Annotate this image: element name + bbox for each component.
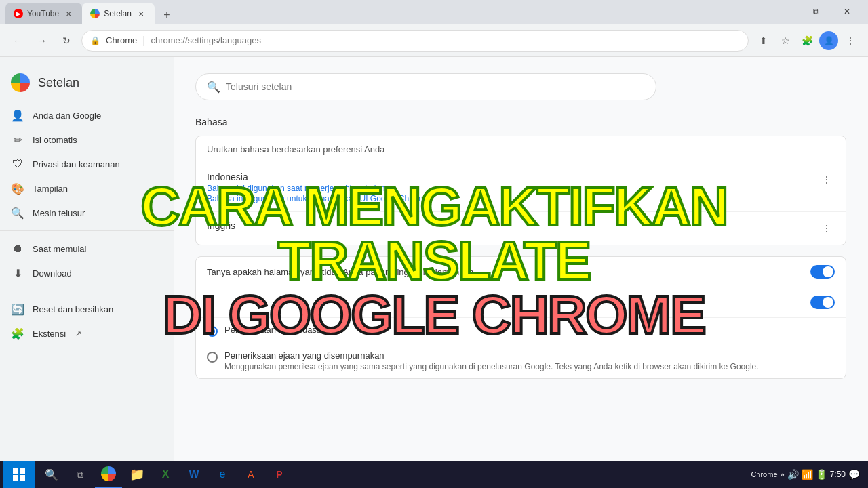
excel-icon: X (162, 468, 170, 481)
clock-time: 7:50 (830, 470, 846, 479)
search-engine-icon: 🔍 (11, 206, 24, 220)
taskbar-powerpoint[interactable]: P (266, 461, 293, 488)
sidebar-item-download[interactable]: ⬇ Download (0, 261, 163, 285)
taskbar-chrome[interactable] (95, 461, 122, 488)
sidebar-item-startup[interactable]: ⏺ Saat memulai (0, 237, 163, 261)
reset-icon: 🔄 (11, 302, 24, 316)
svg-rect-1 (20, 468, 25, 474)
url-path: chrome://settings/languages (151, 35, 261, 45)
language-card: Urutkan bahasa berdasarkan preferensi An… (195, 136, 846, 245)
tab-youtube-close[interactable]: ✕ (63, 8, 74, 19)
new-tab-button[interactable]: + (157, 5, 176, 24)
edge-icon: e (220, 468, 226, 481)
sidebar-item-extensions-label: Ekstensi (33, 329, 66, 339)
language-desc2-indonesia: Bahasa ini digunakan untuk menampilkan U… (207, 194, 818, 203)
taskbar-excel[interactable]: X (152, 461, 179, 488)
language-menu-indonesia[interactable]: ⋮ (818, 171, 835, 188)
powerpoint-icon: P (276, 469, 282, 480)
tab-settings-close[interactable]: ✕ (136, 8, 146, 19)
sidebar-item-extensions[interactable]: 🧩 Ekstensi ↗ (0, 321, 163, 346)
sidebar-item-reset[interactable]: 🔄 Reset dan bersihkan (0, 297, 163, 321)
chrome-logo (11, 73, 30, 92)
maximize-button[interactable]: ⧉ (800, 1, 831, 22)
tab-settings[interactable]: Setelan ✕ (82, 3, 155, 24)
url-separator: | (142, 35, 145, 47)
extensions-icon[interactable]: 🧩 (797, 31, 816, 50)
close-button[interactable]: ✕ (831, 1, 863, 22)
settings-content: 🔍 Bahasa Urutkan bahasa berdasarkan pref… (174, 57, 868, 461)
translate-toggle[interactable] (810, 265, 835, 279)
window-controls: ─ ⧉ ✕ (769, 1, 863, 22)
tab-youtube[interactable]: ▶ YouTube ✕ (5, 3, 82, 24)
language-item-indonesia: Indonesia Bahasa ini digunakan saat mene… (196, 163, 846, 212)
radio-basic-info: Pemeriksaan ejaan dasar (224, 325, 835, 335)
browser-window: ▶ YouTube ✕ Setelan ✕ + ─ ⧉ ✕ ← → ↻ 🔒 Ch… (0, 0, 868, 461)
notification-icon[interactable]: 💬 (848, 469, 860, 480)
taskbar-taskview[interactable]: ⧉ (66, 461, 94, 488)
chrome-favicon (90, 9, 100, 18)
profile-button[interactable]: 👤 (819, 31, 838, 50)
language-name-indonesia: Indonesia (207, 171, 818, 182)
shield-icon: 🛡 (11, 157, 24, 171)
back-button[interactable]: ← (8, 31, 27, 50)
taskbar-right: Chrome » 🔊 📶 🔋 7:50 💬 (745, 469, 865, 480)
address-bar: ← → ↻ 🔒 Chrome | chrome://settings/langu… (0, 24, 868, 57)
taskbar-app1[interactable]: A (237, 461, 264, 488)
sidebar-item-appearance-label: Tampilan (33, 184, 68, 194)
sidebar-item-autofill-label: Isi otomatis (33, 135, 77, 145)
menu-icon[interactable]: ⋮ (841, 31, 860, 50)
taskbar-chrome-icon (101, 466, 116, 481)
person-icon: 👤 (11, 108, 24, 122)
taskbar-icons: 🔍 ⧉ 📁 X W e A P (35, 461, 296, 488)
battery-icon[interactable]: 🔋 (816, 469, 827, 480)
browser-content: Setelan 👤 Anda dan Google ✏ Isi otomatis… (0, 57, 868, 461)
url-bar[interactable]: 🔒 Chrome | chrome://settings/languages (81, 30, 749, 52)
language-desc1-indonesia: Bahasa ini digunakan saat menerjemahkan … (207, 184, 818, 193)
network-icon[interactable]: 📶 (802, 469, 813, 480)
search-input[interactable] (226, 81, 645, 92)
minimize-button[interactable]: ─ (769, 1, 800, 22)
language-name-inggris: Inggris (207, 220, 818, 231)
taskbar-search-icon: 🔍 (45, 468, 58, 481)
sidebar-item-google-label: Anda dan Google (33, 110, 101, 121)
radio-enhanced-desc: Menggunakan pemeriksa ejaan yang sama se… (224, 362, 835, 371)
forward-button[interactable]: → (33, 31, 52, 50)
taskbar-word[interactable]: W (180, 461, 208, 488)
taskbar-search[interactable]: 🔍 (38, 461, 65, 488)
radio-enhanced-info: Pemeriksaan ejaan yang disempurnakan Men… (224, 350, 835, 371)
second-toggle[interactable] (810, 296, 835, 309)
sidebar-item-appearance[interactable]: 🎨 Tampilan (0, 176, 163, 201)
search-bar[interactable]: 🔍 (195, 73, 656, 100)
refresh-button[interactable]: ↻ (57, 31, 76, 50)
sidebar-divider2 (0, 291, 174, 291)
sidebar-item-google[interactable]: 👤 Anda dan Google (0, 103, 163, 127)
radio-enhanced[interactable] (207, 352, 218, 363)
radio-enhanced-label: Pemeriksaan ejaan yang disempurnakan (224, 350, 835, 361)
radio-basic[interactable] (207, 326, 218, 337)
sidebar-item-autofill[interactable]: ✏ Isi otomatis (0, 127, 163, 152)
taskbar-edge[interactable]: e (209, 461, 236, 488)
bookmark-icon[interactable]: ☆ (776, 31, 795, 50)
taskbar-explorer[interactable]: 📁 (123, 461, 151, 488)
start-button[interactable] (3, 461, 35, 488)
sidebar-item-privacy[interactable]: 🛡 Privasi dan keamanan (0, 152, 163, 176)
tab-bar: ▶ YouTube ✕ Setelan ✕ + ─ ⧉ ✕ (0, 0, 868, 24)
sidebar-item-search[interactable]: 🔍 Mesin telusur (0, 201, 163, 225)
system-tray: 🔊 📶 🔋 (787, 469, 827, 480)
translate-toggle-row: Tanya apakah halaman yang tidak Anda pah… (196, 257, 846, 287)
translate-toggle-label: Tanya apakah halaman yang tidak Anda pah… (207, 267, 810, 277)
chrome-taskbar-label: Chrome (751, 470, 777, 479)
youtube-favicon: ▶ (14, 9, 23, 18)
file-explorer-icon: 📁 (130, 467, 144, 482)
sidebar-item-search-label: Mesin telusur (33, 208, 85, 218)
language-menu-inggris[interactable]: ⋮ (818, 220, 835, 237)
lock-icon: 🔒 (90, 36, 100, 45)
share-icon[interactable]: ⬆ (754, 31, 773, 50)
radio-basic-label: Pemeriksaan ejaan dasar (224, 325, 835, 335)
radio-enhanced-row: Pemeriksaan ejaan yang disempurnakan Men… (196, 344, 846, 378)
sidebar-item-startup-label: Saat memulai (33, 244, 86, 254)
section-title-bahasa: Bahasa (195, 117, 846, 127)
extensions-sidebar-icon: 🧩 (11, 327, 24, 340)
volume-icon[interactable]: 🔊 (787, 469, 799, 480)
taskbar-clock: 7:50 (830, 470, 846, 479)
